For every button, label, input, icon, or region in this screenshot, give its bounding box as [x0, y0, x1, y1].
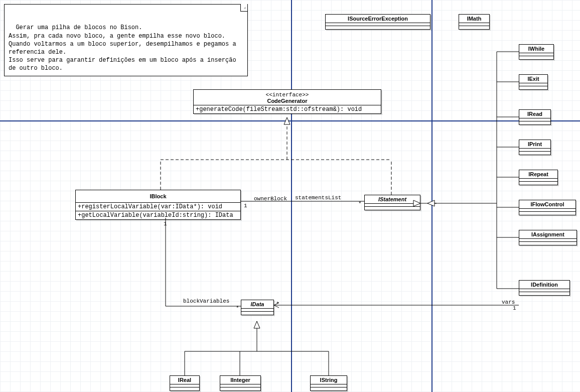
- class-iread[interactable]: IRead: [519, 109, 551, 125]
- class-name: IData: [241, 300, 273, 309]
- class-name: IFlowControl: [519, 200, 575, 209]
- empty-compartment: [311, 387, 347, 390]
- class-name: IString: [311, 376, 347, 384]
- class-ireal[interactable]: IReal: [170, 375, 200, 391]
- class-iassignment[interactable]: IAssignment: [519, 230, 577, 245]
- class-iinteger[interactable]: IInteger: [220, 375, 261, 391]
- empty-compartment: [519, 86, 547, 89]
- class-codegenerator[interactable]: <<interface>> CodeGenerator +generateCod…: [193, 89, 381, 114]
- class-name: IPrint: [519, 140, 550, 149]
- multiplicity: *: [236, 305, 239, 311]
- class-name: IInteger: [220, 376, 260, 384]
- guide-vertical-2: [431, 0, 432, 392]
- label-blockvariables: blockVariables: [183, 298, 229, 304]
- guide-vertical-1: [291, 0, 292, 392]
- class-name: IRead: [519, 110, 550, 118]
- class-name: IAssignment: [519, 230, 576, 239]
- class-idefinition[interactable]: IDefinition: [519, 280, 570, 296]
- empty-compartment: [519, 182, 557, 185]
- class-iprint[interactable]: IPrint: [519, 140, 551, 155]
- operation: +generateCode(fileStream:std::ofstream&)…: [194, 105, 381, 113]
- empty-compartment: [519, 56, 553, 59]
- class-iblock[interactable]: IBlock +registerLocalVariable(var:IData*…: [75, 190, 241, 220]
- class-name: ISourceErrorException: [326, 15, 430, 23]
- class-name: IRepeat: [519, 170, 557, 179]
- multiplicity: 1: [513, 305, 516, 311]
- empty-compartment: [519, 152, 550, 155]
- multiplicity: 1: [164, 221, 167, 227]
- note-text: Gerar uma pilha de blocos no Bison. Assi…: [9, 24, 240, 72]
- operation: +registerLocalVariable(var:IData*): void: [76, 203, 240, 211]
- multiplicity: *: [358, 201, 362, 207]
- empty-compartment: [459, 26, 489, 29]
- class-name: CodeGenerator: [194, 97, 381, 105]
- operation: +getLocalVariable(variableId:string): ID…: [76, 211, 240, 219]
- class-name: IReal: [170, 376, 199, 384]
- empty-compartment: [170, 387, 199, 390]
- class-istatement[interactable]: IStatement: [364, 195, 420, 210]
- class-istring[interactable]: IString: [310, 375, 347, 391]
- empty-compartment: [519, 212, 575, 215]
- class-name: IMath: [459, 15, 489, 23]
- empty-compartment: [326, 26, 430, 29]
- class-iexit[interactable]: IExit: [519, 74, 548, 90]
- guide-horizontal-1: [0, 120, 580, 121]
- class-name: IStatement: [365, 195, 420, 204]
- multiplicity: *: [276, 301, 279, 307]
- class-iflowcontrol[interactable]: IFlowControl: [519, 200, 576, 215]
- empty-compartment: [220, 387, 260, 390]
- class-name: IBlock: [76, 190, 240, 203]
- empty-compartment: [365, 207, 420, 210]
- label-vars: vars: [502, 299, 515, 305]
- uml-note[interactable]: × Gerar uma pilha de blocos no Bison. As…: [4, 4, 248, 76]
- empty-compartment: [519, 242, 576, 245]
- class-imath[interactable]: IMath: [459, 14, 490, 30]
- label-ownerblock: ownerBlock: [254, 196, 287, 202]
- empty-compartment: [519, 292, 569, 295]
- class-name: IExit: [519, 75, 547, 83]
- class-name: IDefinition: [519, 281, 569, 289]
- label-statementslist: statementsList: [295, 195, 341, 201]
- class-name: IWhile: [519, 45, 553, 53]
- close-icon: ×: [244, 6, 246, 12]
- class-iwhile[interactable]: IWhile: [519, 44, 554, 60]
- multiplicity: 1: [244, 203, 247, 209]
- class-isourceerrorexception[interactable]: ISourceErrorException: [325, 14, 430, 30]
- class-idata[interactable]: IData: [241, 300, 274, 315]
- class-irepeat[interactable]: IRepeat: [519, 170, 558, 185]
- empty-compartment: [519, 121, 550, 124]
- empty-compartment: [241, 312, 273, 315]
